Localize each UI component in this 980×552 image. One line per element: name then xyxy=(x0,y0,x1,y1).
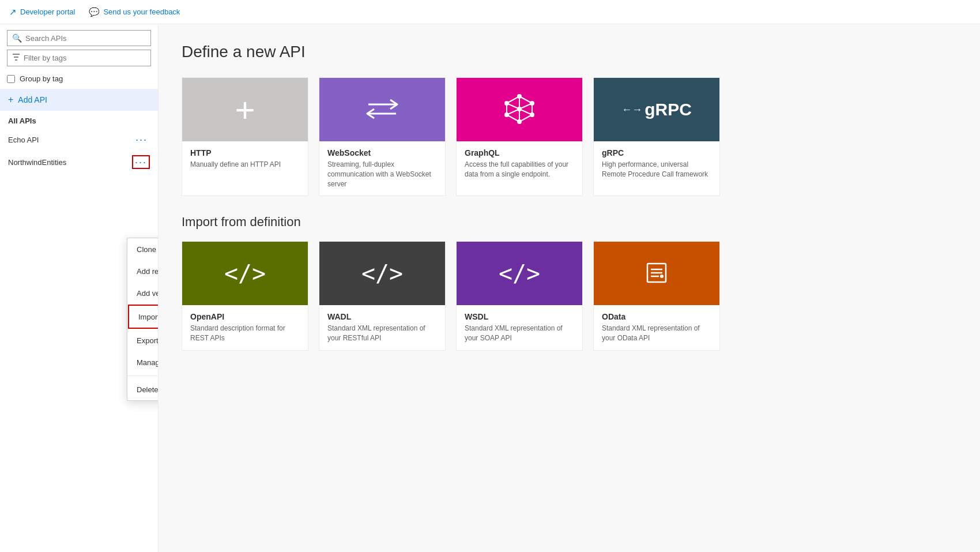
http-card-body: HTTP Manually define an HTTP API xyxy=(182,141,308,177)
filter-box[interactable] xyxy=(7,50,151,66)
svg-line-22 xyxy=(507,109,519,115)
svg-line-23 xyxy=(507,103,519,109)
openapi-card-header: </> xyxy=(182,242,308,305)
odata-list-icon xyxy=(643,259,670,288)
api-card-websocket[interactable]: WebSocket Streaming, full-duplex communi… xyxy=(319,77,446,196)
svg-line-12 xyxy=(519,96,532,103)
northwind-name: NorthwindEntities xyxy=(8,158,66,167)
context-menu-import[interactable]: Import xyxy=(128,305,159,329)
grpc-title: gRPC xyxy=(602,148,711,157)
group-by-label: Group by tag xyxy=(20,74,63,83)
context-menu-add-version[interactable]: Add version xyxy=(127,282,159,304)
websocket-card-body: WebSocket Streaming, full-duplex communi… xyxy=(319,141,445,196)
wsdl-code-icon: </> xyxy=(499,260,540,287)
svg-line-19 xyxy=(519,103,532,109)
search-icon: 🔍 xyxy=(12,33,22,43)
api-card-wsdl[interactable]: </> WSDL Standard XML representation of … xyxy=(456,241,583,351)
developer-portal-label: Developer portal xyxy=(20,7,75,16)
api-type-cards: + HTTP Manually define an HTTP API xyxy=(182,77,957,196)
svg-line-14 xyxy=(519,115,532,122)
add-revision-label: Add revision xyxy=(137,267,159,276)
api-card-wadl[interactable]: </> WADL Standard XML representation of … xyxy=(319,241,446,351)
sidebar-item-northwind[interactable]: NorthwindEntities ··· xyxy=(0,151,158,174)
search-input[interactable] xyxy=(25,34,146,43)
odata-desc: Standard XML representation of your ODat… xyxy=(602,324,711,343)
sidebar: 🔍 Group by tag + Add API All APIs Echo A… xyxy=(0,24,159,552)
svg-line-20 xyxy=(519,109,532,115)
export-label: Export xyxy=(137,336,159,345)
context-menu-clone[interactable]: Clone xyxy=(127,238,159,260)
websocket-desc: Streaming, full-duplex communication wit… xyxy=(327,160,437,189)
openapi-code-icon: </> xyxy=(224,260,266,287)
context-menu-export[interactable]: Export xyxy=(127,329,159,351)
grpc-card-body: gRPC High performance, universal Remote … xyxy=(594,141,719,186)
import-type-cards: </> OpenAPI Standard description format … xyxy=(182,241,957,351)
group-by-container: Group by tag xyxy=(0,71,158,89)
svg-point-28 xyxy=(660,275,664,278)
northwind-menu-button[interactable]: ··· xyxy=(132,155,150,169)
websocket-card-header xyxy=(319,78,445,141)
api-card-http[interactable]: + HTTP Manually define an HTTP API xyxy=(182,77,308,196)
top-bar: ↗ Developer portal 💬 Send us your feedba… xyxy=(0,0,980,24)
api-card-odata[interactable]: OData Standard XML representation of you… xyxy=(593,241,720,351)
define-api-title: Define a new API xyxy=(182,43,957,61)
api-card-grpc[interactable]: ←→ gRPC gRPC High performance, universal… xyxy=(593,77,720,196)
developer-portal-icon: ↗ xyxy=(9,7,17,17)
wsdl-card-body: WSDL Standard XML representation of your… xyxy=(457,305,582,350)
context-menu-add-revision[interactable]: Add revision xyxy=(127,260,159,282)
openapi-desc: Standard description format for REST API… xyxy=(190,324,300,343)
graphql-desc: Access the full capabilities of your dat… xyxy=(465,160,574,179)
graphql-card-body: GraphQL Access the full capabilities of … xyxy=(457,141,582,186)
group-by-checkbox[interactable] xyxy=(7,75,15,83)
add-api-button[interactable]: + Add API xyxy=(0,89,158,111)
odata-card-body: OData Standard XML representation of you… xyxy=(594,305,719,350)
http-title: HTTP xyxy=(190,148,300,157)
add-icon: + xyxy=(8,95,13,105)
odata-title: OData xyxy=(602,312,711,321)
openapi-card-body: OpenAPI Standard description format for … xyxy=(182,305,308,350)
import-label: Import xyxy=(138,313,159,321)
search-box[interactable]: 🔍 xyxy=(7,30,151,46)
add-api-label: Add API xyxy=(18,95,47,104)
import-section-title: Import from definition xyxy=(182,215,957,230)
context-menu-divider xyxy=(127,375,159,376)
wsdl-title: WSDL xyxy=(465,312,574,321)
echo-api-name: Echo API xyxy=(8,136,39,144)
api-card-openapi[interactable]: </> OpenAPI Standard description format … xyxy=(182,241,308,351)
context-menu: Clone Add revision Add xyxy=(127,238,159,401)
svg-line-17 xyxy=(507,96,519,103)
odata-card-header xyxy=(594,242,719,305)
grpc-card-header: ←→ gRPC xyxy=(594,78,719,141)
websocket-title: WebSocket xyxy=(327,148,437,157)
graphql-title: GraphQL xyxy=(465,148,574,157)
add-version-label: Add version xyxy=(137,289,159,298)
context-menu-manage-power[interactable]: Manage Power Connector xyxy=(127,351,159,373)
websocket-arrows-icon xyxy=(361,95,403,125)
wsdl-desc: Standard XML representation of your SOAP… xyxy=(465,324,574,343)
graphql-card-header xyxy=(457,78,582,141)
openapi-title: OpenAPI xyxy=(190,312,300,321)
feedback-link[interactable]: 💬 Send us your feedback xyxy=(89,7,180,17)
wadl-card-header: </> xyxy=(319,242,445,305)
grpc-desc: High performance, universal Remote Proce… xyxy=(602,160,711,179)
filter-input[interactable] xyxy=(24,54,146,62)
developer-portal-link[interactable]: ↗ Developer portal xyxy=(9,7,75,17)
feedback-icon: 💬 xyxy=(89,7,100,17)
grpc-icon: ←→ gRPC xyxy=(621,100,692,119)
feedback-label: Send us your feedback xyxy=(103,7,180,16)
wadl-desc: Standard XML representation of your REST… xyxy=(327,324,437,343)
clone-label: Clone xyxy=(137,245,156,254)
api-card-graphql[interactable]: GraphQL Access the full capabilities of … xyxy=(456,77,583,196)
echo-api-menu-button[interactable]: ··· xyxy=(133,133,150,146)
wadl-card-body: WADL Standard XML representation of your… xyxy=(319,305,445,350)
delete-label: Delete xyxy=(137,385,159,394)
wadl-code-icon: </> xyxy=(361,260,403,287)
sidebar-item-echo-api[interactable]: Echo API ··· xyxy=(0,129,158,151)
http-desc: Manually define an HTTP API xyxy=(190,160,300,170)
context-menu-delete[interactable]: Delete xyxy=(127,378,159,400)
wadl-title: WADL xyxy=(327,312,437,321)
manage-power-label: Manage Power Connector xyxy=(137,358,159,367)
svg-line-15 xyxy=(507,115,519,122)
wsdl-card-header: </> xyxy=(457,242,582,305)
all-apis-title: All APIs xyxy=(0,111,158,129)
